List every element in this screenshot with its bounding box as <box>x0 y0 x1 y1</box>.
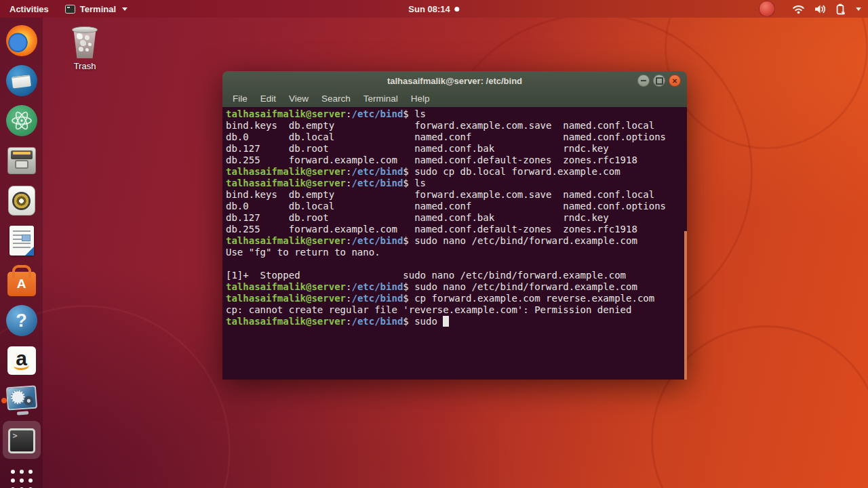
menu-search[interactable]: Search <box>321 94 351 104</box>
ubuntu-software-icon <box>7 272 36 296</box>
clock-text: Sun 08:14 <box>408 4 450 14</box>
dock-item-thunderbird[interactable] <box>1 61 43 100</box>
dock-item-libreoffice-writer[interactable] <box>1 221 43 260</box>
scrollbar-thumb[interactable] <box>684 231 687 380</box>
window-titlebar[interactable]: talhasaifmalik@server: /etc/bind <box>222 71 687 90</box>
app-menu-label: Terminal <box>80 4 116 14</box>
terminal-line: bind.keys db.empty forward.example.com.s… <box>226 120 687 131</box>
minimize-button[interactable] <box>637 75 650 87</box>
menu-terminal[interactable]: Terminal <box>363 94 398 104</box>
system-menu-caret-icon[interactable] <box>856 7 861 11</box>
terminal-line: Use "fg" to return to nano. <box>226 247 687 258</box>
help-icon <box>6 305 37 336</box>
dock-item-help[interactable] <box>1 301 43 340</box>
libreoffice-writer-icon <box>9 226 34 256</box>
amazon-icon <box>7 346 36 375</box>
terminal-line: db.255 forward.example.com named.conf.de… <box>226 155 687 166</box>
terminal-line: [1]+ Stopped sudo nano /etc/bind/forward… <box>226 270 687 281</box>
terminal-line: cp: cannot create regular file 'reverse.… <box>226 304 687 316</box>
record-indicator-icon <box>759 1 775 17</box>
trash-desktop-icon[interactable]: Trash <box>65 26 104 71</box>
terminal-line: db.0 db.local named.conf named.conf.opti… <box>226 201 687 212</box>
terminal-line: db.127 db.root named.conf.bak rndc.key <box>226 212 687 224</box>
running-indicator-dot <box>1 398 7 403</box>
terminal-line: db.255 forward.example.com named.conf.de… <box>226 224 687 235</box>
maximize-button[interactable] <box>653 75 665 87</box>
wifi-icon[interactable] <box>792 4 805 14</box>
terminal-line: talhasaifmalik@server:/etc/bind$ sudo <box>226 316 687 327</box>
files-icon <box>7 147 36 174</box>
terminal-line <box>226 258 687 270</box>
terminal-app-icon <box>65 5 75 14</box>
top-bar: Activities Terminal Sun 08:14 <box>0 0 868 18</box>
terminal-line: talhasaifmalik@server:/etc/bind$ sudo cp… <box>226 166 687 178</box>
terminal-line: talhasaifmalik@server:/etc/bind$ cp forw… <box>226 293 687 304</box>
dock-item-ubuntu-software[interactable] <box>1 261 43 300</box>
dock-item-firefox[interactable] <box>1 21 43 60</box>
menu-file[interactable]: File <box>233 94 248 104</box>
videos-icon <box>5 386 37 411</box>
dock-item-show-applications[interactable] <box>1 461 43 488</box>
terminal-icon <box>8 428 35 453</box>
menu-help[interactable]: Help <box>411 94 430 104</box>
thunderbird-icon <box>6 65 37 96</box>
terminal-output[interactable]: talhasaifmalik@server:/etc/bind$ lsbind.… <box>222 107 687 380</box>
dock-item-terminal[interactable] <box>1 421 43 460</box>
window-title: talhasaifmalik@server: /etc/bind <box>387 76 522 86</box>
firefox-icon <box>6 25 37 56</box>
caret-down-icon <box>122 7 127 11</box>
notification-dot-icon <box>455 7 460 12</box>
menu-edit[interactable]: Edit <box>260 94 276 104</box>
window-header: talhasaifmalik@server: /etc/bind File Ed… <box>222 71 687 107</box>
activities-button[interactable]: Activities <box>0 0 58 18</box>
trash-label: Trash <box>65 61 104 71</box>
rhythmbox-icon <box>8 186 35 216</box>
dock-item-files[interactable] <box>1 141 43 180</box>
dock-item-videos[interactable] <box>1 381 43 420</box>
terminal-line: talhasaifmalik@server:/etc/bind$ sudo na… <box>226 235 687 247</box>
dock-item-rhythmbox[interactable] <box>1 181 43 220</box>
terminal-line: db.0 db.local named.conf named.conf.opti… <box>226 131 687 143</box>
terminal-window: talhasaifmalik@server: /etc/bind File Ed… <box>222 71 687 380</box>
volume-icon[interactable] <box>814 4 827 14</box>
close-button[interactable] <box>669 75 681 87</box>
wallpaper-circle-decor <box>665 0 868 149</box>
menu-view[interactable]: View <box>289 94 309 104</box>
window-menubar: File Edit View Search Terminal Help <box>222 90 687 107</box>
dock-item-atom[interactable] <box>1 101 43 140</box>
dock-item-amazon[interactable] <box>1 341 43 380</box>
terminal-line: db.127 db.root named.conf.bak rndc.key <box>226 143 687 155</box>
show-applications-icon <box>11 470 33 488</box>
terminal-line: talhasaifmalik@server:/etc/bind$ sudo na… <box>226 281 687 293</box>
desktop: Activities Terminal Sun 08:14 <box>0 0 868 488</box>
dock <box>0 18 43 488</box>
terminal-line: talhasaifmalik@server:/etc/bind$ ls <box>226 178 687 189</box>
app-menu-button[interactable]: Terminal <box>58 0 134 18</box>
clock-button[interactable]: Sun 08:14 <box>408 0 459 18</box>
trash-icon <box>71 26 99 58</box>
battery-icon[interactable] <box>835 3 846 15</box>
activities-label: Activities <box>9 4 49 14</box>
terminal-line: talhasaifmalik@server:/etc/bind$ ls <box>226 108 687 120</box>
terminal-line: bind.keys db.empty forward.example.com.s… <box>226 189 687 201</box>
atom-icon <box>6 105 37 136</box>
